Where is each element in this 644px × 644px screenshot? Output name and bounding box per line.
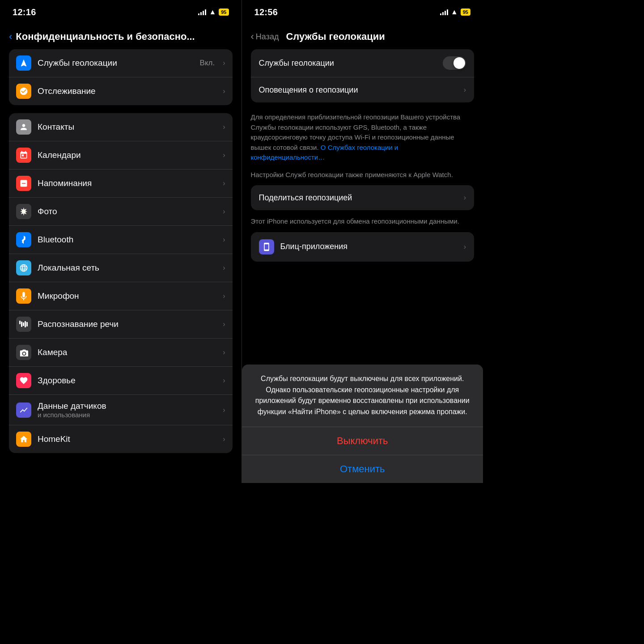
sensors-sub-label: и использования <box>38 411 216 419</box>
flash-group: Блиц-приложения › <box>251 232 475 262</box>
geo-services-toggle[interactable] <box>443 56 466 70</box>
flash-app-icon <box>259 239 274 254</box>
turn-off-button[interactable]: Выключить <box>242 427 483 455</box>
left-back-arrow[interactable]: ‹ <box>9 31 12 42</box>
svg-rect-2 <box>21 322 22 327</box>
svg-rect-3 <box>23 322 24 326</box>
location-value: Вкл. <box>200 59 215 68</box>
speechrec-icon <box>16 317 31 332</box>
share-note: Этот iPhone используется для обмена геоп… <box>251 215 475 232</box>
flash-chevron: › <box>464 243 466 251</box>
photos-icon <box>16 204 31 219</box>
contacts-item[interactable]: Контакты › <box>9 113 233 141</box>
sensors-icon <box>16 402 31 418</box>
location-services-item[interactable]: Службы геолокации Вкл. › <box>9 49 233 77</box>
modal-message: Службы геолокации будут выключены для вс… <box>242 364 483 427</box>
tracking-label: Отслеживание <box>38 86 216 96</box>
sensors-item[interactable]: Данные датчиков и использования › <box>9 395 233 425</box>
health-label: Здоровье <box>38 376 216 386</box>
photos-chevron: › <box>223 208 225 216</box>
geo-notifications-item[interactable]: Оповещения о геопозиции › <box>251 77 475 102</box>
right-back-chevron[interactable]: ‹ <box>251 31 254 42</box>
localnet-item[interactable]: Локальная сеть › <box>9 254 233 282</box>
signal-icon <box>198 9 206 15</box>
left-group-1: Службы геолокации Вкл. › Отслеживание › <box>9 49 233 105</box>
photos-item[interactable]: Фото › <box>9 198 233 226</box>
geo-services-item[interactable]: Службы геолокации <box>251 49 475 77</box>
homekit-item[interactable]: HomeKit › <box>9 425 233 453</box>
speechrec-item[interactable]: Распознавание речи › <box>9 310 233 339</box>
contacts-label: Контакты <box>38 122 216 132</box>
svg-rect-1 <box>19 321 21 324</box>
location-description: Для определения приблизительной геопозиц… <box>251 107 475 168</box>
geo-notifications-label: Оповещения о геопозиции <box>259 85 458 95</box>
reminders-icon <box>16 176 31 191</box>
calendars-label: Календари <box>38 150 216 160</box>
homekit-chevron: › <box>223 435 225 443</box>
reminders-item[interactable]: Напоминания › <box>9 169 233 198</box>
right-wifi-icon: ▲ <box>451 8 458 16</box>
left-nav-bar: ‹ Конфиденциальность и безопасно... <box>0 24 242 49</box>
cancel-button[interactable]: Отменить <box>242 455 483 483</box>
bluetooth-label: Bluetooth <box>38 235 216 245</box>
geo-services-label: Службы геолокации <box>259 59 437 68</box>
tracking-icon <box>16 84 31 99</box>
camera-item[interactable]: Камера › <box>9 339 233 367</box>
homekit-label: HomeKit <box>38 434 216 444</box>
bluetooth-item[interactable]: Bluetooth › <box>9 226 233 254</box>
microphone-item[interactable]: Микрофон › <box>9 282 233 310</box>
right-status-bar: 12:56 ▲ 95 <box>242 0 483 24</box>
sensors-main-label: Данные датчиков <box>38 401 216 411</box>
reminders-chevron: › <box>223 179 225 187</box>
camera-chevron: › <box>223 348 225 356</box>
health-item[interactable]: Здоровье › <box>9 367 233 395</box>
right-battery: 95 <box>461 8 470 16</box>
microphone-chevron: › <box>223 292 225 300</box>
photos-label: Фото <box>38 207 216 216</box>
right-nav-bar: ‹ Назад Службы геолокации <box>242 24 483 49</box>
right-time: 12:56 <box>254 7 278 17</box>
speechrec-chevron: › <box>223 320 225 328</box>
bluetooth-chevron: › <box>223 236 225 244</box>
left-time: 12:16 <box>13 7 36 17</box>
sensors-label-container: Данные датчиков и использования <box>38 401 216 419</box>
health-icon <box>16 373 31 388</box>
right-back-label[interactable]: Назад <box>256 32 279 42</box>
camera-icon <box>16 345 31 360</box>
svg-rect-5 <box>26 322 28 326</box>
wifi-icon: ▲ <box>209 8 216 16</box>
calendars-item[interactable]: Календари › <box>9 141 233 169</box>
location-label: Службы геолокации <box>38 58 194 68</box>
share-location-label: Поделиться геопозицией <box>259 193 458 203</box>
share-location-item[interactable]: Поделиться геопозицией › <box>251 185 475 210</box>
microphone-label: Микрофон <box>38 291 216 301</box>
right-status-icons: ▲ 95 <box>440 8 470 16</box>
left-group-2: Контакты › Календари › Напоминан <box>9 113 233 453</box>
left-nav-title: Конфиденциальность и безопасно... <box>16 31 232 42</box>
right-signal-icon <box>440 9 448 15</box>
health-chevron: › <box>223 377 225 385</box>
share-location-group: Поделиться геопозицией › <box>251 185 475 210</box>
microphone-icon <box>16 288 31 304</box>
modal-sheet: Службы геолокации будут выключены для вс… <box>242 364 483 483</box>
modal-overlay: Службы геолокации будут выключены для вс… <box>242 364 483 483</box>
share-location-chevron: › <box>464 194 466 202</box>
contacts-chevron: › <box>223 123 225 131</box>
left-settings-list: Службы геолокации Вкл. › Отслеживание › <box>0 49 242 483</box>
calendars-icon <box>16 148 31 163</box>
bluetooth-icon <box>16 232 31 247</box>
left-status-bar: 12:16 ▲ 95 <box>0 0 242 24</box>
flash-item[interactable]: Блиц-приложения › <box>251 232 475 262</box>
sensors-chevron: › <box>223 406 225 414</box>
camera-label: Камера <box>38 347 216 357</box>
localnet-icon <box>16 260 31 275</box>
geo-notifications-chevron: › <box>464 86 466 94</box>
localnet-chevron: › <box>223 264 225 272</box>
tracking-chevron: › <box>223 87 225 95</box>
left-battery: 95 <box>219 8 229 16</box>
right-panel: 12:56 ▲ 95 ‹ Назад Службы геолокации Слу… <box>242 0 483 483</box>
homekit-icon <box>16 432 31 447</box>
tracking-item[interactable]: Отслеживание › <box>9 77 233 105</box>
contacts-icon <box>16 119 31 135</box>
svg-rect-4 <box>25 321 26 327</box>
